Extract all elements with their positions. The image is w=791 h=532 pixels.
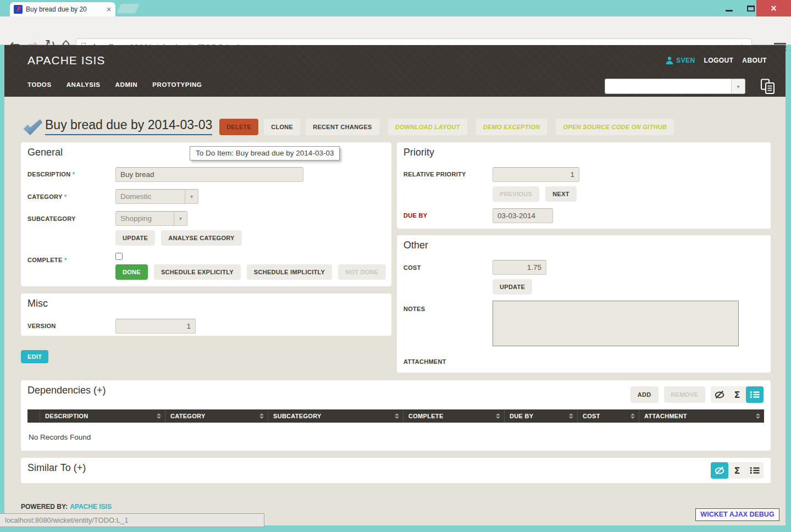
column-header-complete[interactable]: COMPLETE xyxy=(403,409,504,423)
edit-button[interactable]: EDIT xyxy=(21,350,48,363)
schedule-explicitly-button[interactable]: SCHEDULE EXPLICITLY xyxy=(154,264,241,280)
update-cost-button[interactable]: UPDATE xyxy=(493,279,532,295)
menu-item-analysis[interactable]: ANALYSIS xyxy=(67,81,101,88)
column-header-due-by[interactable]: DUE BY xyxy=(504,409,577,423)
github-source-button[interactable]: OPEN SOURCE CODE ON GITHUB xyxy=(556,119,674,135)
similar-to-panel: Similar To (+) Σ xyxy=(21,458,771,483)
menu-item-todos[interactable]: TODOS xyxy=(27,81,52,88)
browser-titlebar: F Buy bread due by 20 × × xyxy=(0,0,791,16)
browser-tab[interactable]: F Buy bread due by 20 × xyxy=(10,2,115,16)
column-header-category[interactable]: CATEGORY xyxy=(165,409,268,423)
title-actions: DELETE CLONE RECENT CHANGES DOWNLOAD LAY… xyxy=(219,119,674,135)
view-toggle-group: Σ xyxy=(711,462,764,479)
general-panel: General DESCRIPTION * CATEGORY * Domesti… xyxy=(21,142,391,286)
dependencies-table-header: DESCRIPTION CATEGORY SUBCATEGORY COMPLET… xyxy=(27,409,764,423)
sort-icon[interactable] xyxy=(630,413,635,419)
dependencies-toolbar: ADD REMOVE Σ xyxy=(630,386,764,403)
search-input[interactable] xyxy=(605,79,731,93)
logout-link[interactable]: LOGOUT xyxy=(704,57,734,64)
misc-heading: Misc xyxy=(27,298,48,309)
analyse-category-button[interactable]: ANALYSE CATEGORY xyxy=(161,230,242,246)
subcategory-select[interactable]: Shopping ▾ xyxy=(115,211,187,226)
recent-changes-button[interactable]: RECENT CHANGES xyxy=(306,119,379,135)
notes-label: NOTES xyxy=(403,306,425,312)
column-header-cost[interactable]: COST xyxy=(577,409,639,423)
summary-view-icon[interactable]: Σ xyxy=(728,386,746,403)
user-menu[interactable]: SVEN xyxy=(666,57,695,64)
app-header: APACHE ISIS TODOS ANALYSIS ADMIN PROTOTY… xyxy=(4,45,786,97)
due-by-input[interactable] xyxy=(493,208,553,223)
window-minimize-button[interactable] xyxy=(718,0,740,16)
version-input xyxy=(115,319,196,334)
cost-actions: UPDATE xyxy=(493,279,532,295)
previous-button[interactable]: PREVIOUS xyxy=(493,186,539,202)
column-header-description[interactable]: DESCRIPTION xyxy=(40,409,165,423)
menu-item-admin[interactable]: ADMIN xyxy=(115,81,138,88)
done-button[interactable]: DONE xyxy=(115,264,148,280)
relative-priority-label: RELATIVE PRIORITY xyxy=(403,171,466,178)
similar-to-heading: Similar To (+) xyxy=(27,462,86,474)
column-header-attachment[interactable]: ATTACHMENT xyxy=(639,409,764,423)
relative-priority-input xyxy=(493,167,579,182)
demo-exception-button[interactable]: DEMO EXCEPTION xyxy=(476,119,547,135)
other-panel: Other COST UPDATE NOTES ATTACHMENT xyxy=(397,235,771,373)
priority-heading: Priority xyxy=(403,147,434,158)
delete-button[interactable]: DELETE xyxy=(219,119,258,135)
menu-item-prototyping[interactable]: PROTOTYPING xyxy=(152,81,202,88)
wicket-ajax-debug-link[interactable]: WICKET AJAX DEBUG xyxy=(695,508,779,521)
title-tooltip: To Do Item: Buy bread due by 2014-03-03 xyxy=(190,146,340,160)
sort-icon[interactable] xyxy=(395,413,399,419)
due-by-label: DUE BY xyxy=(403,212,427,219)
description-input[interactable] xyxy=(115,167,303,182)
list-view-icon[interactable] xyxy=(746,462,764,479)
column-header-select xyxy=(27,409,40,423)
dropdown-icon: ▾ xyxy=(185,190,198,203)
cost-input xyxy=(493,260,546,275)
description-label: DESCRIPTION * xyxy=(27,171,75,178)
page-title[interactable]: Buy bread due by 2014-03-03 xyxy=(45,118,212,135)
browser-status-bar: localhost:8080/wicket/entity/TODO:L_1 xyxy=(0,513,264,527)
complete-checkbox[interactable] xyxy=(115,253,123,260)
todo-check-icon xyxy=(22,119,43,138)
apache-isis-link[interactable]: APACHE ISIS xyxy=(70,503,112,511)
hide-view-icon[interactable] xyxy=(711,462,728,479)
window-close-button[interactable]: × xyxy=(756,0,791,16)
search-select[interactable]: ▾ xyxy=(605,79,745,94)
other-heading: Other xyxy=(403,240,428,251)
new-tab-button[interactable] xyxy=(117,4,140,13)
complete-label: COMPLETE * xyxy=(27,257,67,263)
remove-button[interactable]: REMOVE xyxy=(664,386,705,403)
sort-icon[interactable] xyxy=(756,413,760,419)
clone-button[interactable]: CLONE xyxy=(264,119,300,135)
update-button[interactable]: UPDATE xyxy=(115,230,155,246)
sort-icon[interactable] xyxy=(496,413,500,419)
required-marker: * xyxy=(64,193,67,200)
version-label: VERSION xyxy=(27,323,56,329)
column-header-subcategory[interactable]: SUBCATEGORY xyxy=(268,409,403,423)
category-label: CATEGORY * xyxy=(27,193,67,200)
summary-view-icon[interactable]: Σ xyxy=(728,462,746,479)
app-brand[interactable]: APACHE ISIS xyxy=(27,54,105,67)
list-view-icon[interactable] xyxy=(746,386,764,403)
not-done-button[interactable]: NOT DONE xyxy=(338,264,385,280)
general-heading: General xyxy=(27,147,63,158)
sort-icon[interactable] xyxy=(259,413,264,419)
copy-pages-icon[interactable] xyxy=(760,78,776,97)
similar-to-toolbar: Σ xyxy=(711,462,764,479)
schedule-implicitly-button[interactable]: SCHEDULE IMPLICITLY xyxy=(247,264,332,280)
category-select[interactable]: Domestic ▾ xyxy=(115,189,198,204)
add-button[interactable]: ADD xyxy=(630,386,659,403)
notes-textarea[interactable] xyxy=(493,301,739,346)
user-bar: SVEN LOGOUT ABOUT xyxy=(666,57,767,64)
about-link[interactable]: ABOUT xyxy=(742,57,767,64)
next-button[interactable]: NEXT xyxy=(545,186,577,202)
search-dropdown-icon[interactable]: ▾ xyxy=(731,79,745,93)
download-layout-button[interactable]: DOWNLOAD LAYOUT xyxy=(388,119,467,135)
hide-view-icon[interactable] xyxy=(711,386,728,403)
sort-icon[interactable] xyxy=(569,413,573,419)
sort-icon[interactable] xyxy=(157,413,161,419)
cost-label: COST xyxy=(403,264,421,271)
tab-close-icon[interactable]: × xyxy=(106,5,112,13)
user-icon xyxy=(666,57,673,64)
browser-toolbar: ← → ↻ ⌂ localhost:8080/wicket/entity/TOD… xyxy=(0,16,791,45)
